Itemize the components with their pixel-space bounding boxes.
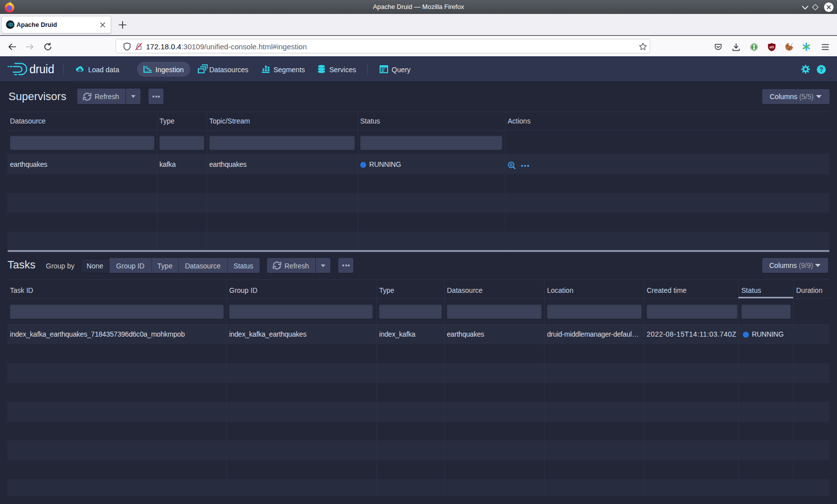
- svg-text:?: ?: [820, 66, 824, 73]
- svg-text:uO: uO: [769, 45, 774, 49]
